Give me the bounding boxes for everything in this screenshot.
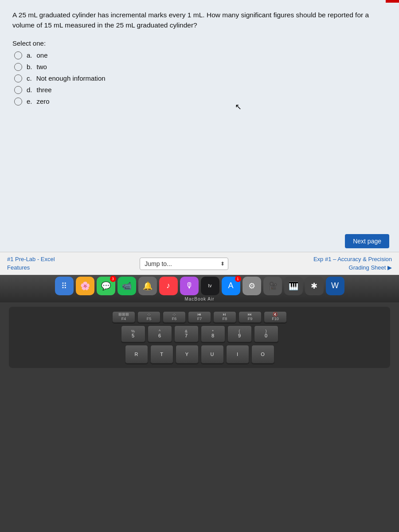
dock-icon-symbol-podcasts: 🎙 bbox=[185, 281, 193, 290]
option-item[interactable]: c. Not enough information bbox=[14, 74, 387, 82]
option-letter: e. bbox=[27, 98, 32, 105]
dock-icon-symbol-photos: 🌸 bbox=[80, 281, 90, 291]
nav-right-content: Exp #1 – Accuracy & Precision Grading Sh… bbox=[313, 255, 392, 271]
quiz-nav: #1 Pre-Lab - Excel Features Jump to... ⬍… bbox=[0, 252, 399, 275]
dock-area: ⠿🌸💬3📹🔔♪🎙tvA1⚙🎥🎹✱WMacBook Air bbox=[0, 275, 399, 302]
nav-left-line1: #1 Pre-Lab - Excel bbox=[7, 255, 55, 263]
num-key-row: % 5 ^ 6 & 7 * 8 ( 9 ) 0 bbox=[14, 325, 385, 342]
dock-icon-badge-app-store: 1 bbox=[235, 276, 241, 282]
key-f7[interactable]: ⏮F7 bbox=[188, 311, 211, 323]
option-text: zero bbox=[37, 98, 50, 105]
radio-button[interactable] bbox=[14, 63, 22, 71]
dock-icon-facetime[interactable]: 📹 bbox=[117, 277, 136, 295]
option-item[interactable]: a. one bbox=[14, 51, 387, 59]
key-5[interactable]: % 5 bbox=[121, 325, 145, 342]
dock-icon-symbol-camera: 🎥 bbox=[268, 281, 278, 291]
select-label: Select one: bbox=[12, 39, 387, 47]
key-6[interactable]: ^ 6 bbox=[148, 325, 172, 342]
quiz-nav-right[interactable]: Exp #1 – Accuracy & Precision Grading Sh… bbox=[313, 255, 392, 271]
key-f9[interactable]: ⏭F9 bbox=[239, 311, 262, 323]
quiz-nav-left[interactable]: #1 Pre-Lab - Excel Features bbox=[7, 255, 55, 271]
dock-icon-system-prefs[interactable]: ⚙ bbox=[243, 277, 261, 295]
option-letter: a. bbox=[27, 51, 32, 59]
option-text: one bbox=[37, 51, 48, 59]
key-o[interactable]: O bbox=[251, 345, 274, 364]
options-list: a. one b. two c. Not enough information … bbox=[14, 51, 387, 106]
option-item[interactable]: b. two bbox=[14, 63, 387, 71]
keyboard: ⊞⊞⊞F4 ·:·F5 ·:·F6 ⏮F7 ⏯F8 ⏭F9 🔇F10 bbox=[9, 307, 390, 368]
radio-button[interactable] bbox=[14, 98, 22, 106]
dock-icon-badge-messages: 3 bbox=[110, 276, 116, 282]
dock-icon-symbol-launchpad: ⠿ bbox=[61, 281, 67, 291]
dock-icon-apple-tv[interactable]: tv bbox=[201, 277, 219, 295]
nav-right-line1: Exp #1 – Accuracy & Precision bbox=[313, 255, 392, 263]
dock-icon-bluetooth[interactable]: ✱ bbox=[305, 277, 324, 295]
keyboard-area: ⊞⊞⊞F4 ·:·F5 ·:·F6 ⏮F7 ⏯F8 ⏭F9 🔇F10 bbox=[0, 302, 399, 532]
question-text: A 25 mL graduated cylinder has increment… bbox=[12, 10, 387, 31]
key-f6[interactable]: ·:·F6 bbox=[163, 311, 186, 323]
dock-icon-symbol-messages: 💬 bbox=[101, 281, 111, 291]
option-letter: b. bbox=[27, 63, 32, 70]
key-y[interactable]: Y bbox=[176, 345, 199, 364]
letter-key-row: R T Y U I O bbox=[14, 345, 385, 364]
dock-icon-symbol-piano: 🎹 bbox=[289, 281, 298, 291]
dock-icon-launchpad[interactable]: ⠿ bbox=[55, 277, 74, 295]
option-item[interactable]: d. three bbox=[14, 86, 387, 94]
dock-icon-piano[interactable]: 🎹 bbox=[284, 277, 303, 295]
fn-key-row: ⊞⊞⊞F4 ·:·F5 ·:·F6 ⏮F7 ⏯F8 ⏭F9 🔇F10 bbox=[14, 311, 385, 323]
dock-icon-app-store[interactable]: A1 bbox=[222, 277, 240, 295]
dock-icon-symbol-bluetooth: ✱ bbox=[311, 281, 317, 291]
radio-button[interactable] bbox=[14, 51, 22, 59]
macbook-label: MacBook Air bbox=[184, 297, 214, 301]
dock-icon-symbol-facetime: 📹 bbox=[122, 281, 132, 291]
dock-icon-notification-center[interactable]: 🔔 bbox=[138, 277, 157, 295]
jump-to-wrapper: Jump to... ⬍ bbox=[140, 258, 228, 270]
dock-icons-container: ⠿🌸💬3📹🔔♪🎙tvA1⚙🎥🎹✱W bbox=[55, 277, 344, 295]
key-0[interactable]: ) 0 bbox=[254, 325, 278, 342]
key-f8[interactable]: ⏯F8 bbox=[213, 311, 236, 323]
option-letter: c. bbox=[27, 74, 32, 82]
key-7[interactable]: & 7 bbox=[174, 325, 199, 342]
key-8[interactable]: * 8 bbox=[201, 325, 225, 342]
key-f10[interactable]: 🔇F10 bbox=[264, 311, 287, 323]
dock-icon-word[interactable]: W bbox=[326, 277, 344, 295]
key-t[interactable]: T bbox=[150, 345, 173, 364]
dock-icon-podcasts[interactable]: 🎙 bbox=[180, 277, 199, 295]
dock-icon-music[interactable]: ♪ bbox=[159, 277, 178, 295]
key-u[interactable]: U bbox=[201, 345, 224, 364]
key-f5[interactable]: ·:·F5 bbox=[137, 311, 160, 323]
option-item[interactable]: e. zero bbox=[14, 98, 387, 106]
key-9[interactable]: ( 9 bbox=[227, 325, 252, 342]
option-letter: d. bbox=[27, 86, 32, 94]
next-page-area: Next page bbox=[0, 231, 399, 252]
content-area: A 25 mL graduated cylinder has increment… bbox=[0, 0, 399, 231]
screen: A 25 mL graduated cylinder has increment… bbox=[0, 0, 399, 275]
radio-button[interactable] bbox=[14, 86, 22, 94]
dock-icon-symbol-word: W bbox=[331, 281, 339, 290]
dock-icon-messages[interactable]: 💬3 bbox=[97, 277, 115, 295]
key-f4[interactable]: ⊞⊞⊞F4 bbox=[112, 311, 135, 323]
radio-button[interactable] bbox=[14, 74, 22, 82]
key-i[interactable]: I bbox=[226, 345, 249, 364]
option-text: three bbox=[37, 86, 52, 94]
jump-to-select[interactable]: Jump to... bbox=[140, 258, 228, 270]
dock-icon-symbol-music: ♪ bbox=[166, 281, 170, 290]
key-r[interactable]: R bbox=[125, 345, 148, 364]
dock-icon-photos[interactable]: 🌸 bbox=[76, 277, 94, 295]
option-text: Not enough information bbox=[36, 74, 106, 82]
nav-right-line2: Grading Sheet ▶ bbox=[313, 264, 392, 272]
top-red-bar bbox=[386, 0, 399, 3]
option-text: two bbox=[37, 63, 47, 70]
nav-left-line2: Features bbox=[7, 264, 55, 272]
dock-icon-symbol-notification-center: 🔔 bbox=[143, 281, 153, 291]
dock-icon-camera[interactable]: 🎥 bbox=[263, 277, 282, 295]
dock-icon-symbol-system-prefs: ⚙ bbox=[248, 281, 255, 291]
next-page-button[interactable]: Next page bbox=[345, 234, 389, 248]
dock-icon-symbol-apple-tv: tv bbox=[208, 283, 212, 288]
dock-icon-symbol-app-store: A bbox=[228, 281, 233, 290]
